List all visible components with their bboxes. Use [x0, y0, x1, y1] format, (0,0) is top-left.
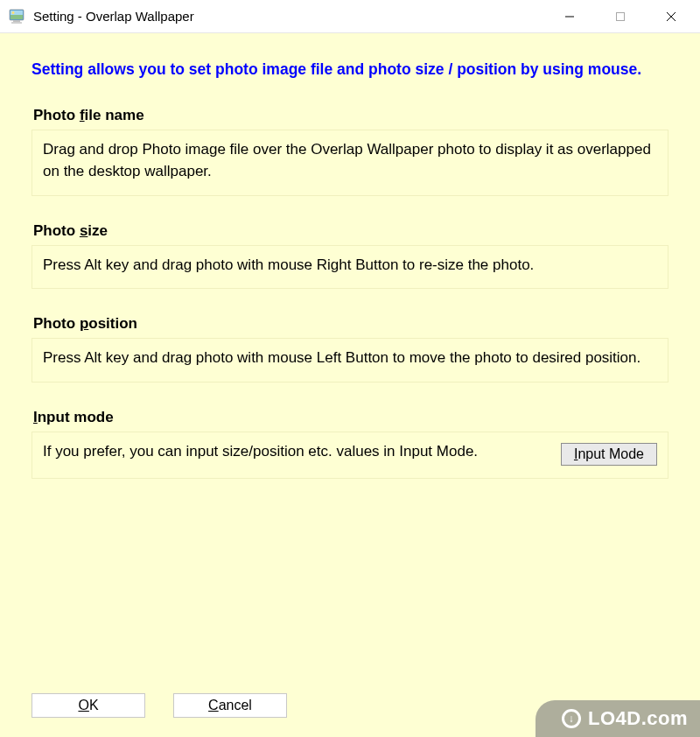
section-title-photo-file: Photo file name	[32, 107, 668, 124]
headline-text: Setting allows you to set photo image fi…	[32, 58, 668, 81]
svg-point-3	[12, 11, 15, 14]
section-body-input-mode: If you prefer, you can input size/positi…	[32, 432, 668, 479]
input-mode-button[interactable]: Input Mode	[561, 443, 657, 466]
svg-rect-2	[10, 15, 23, 19]
watermark-text: LO4D.com	[588, 707, 688, 730]
titlebar: Setting - Overlap Wallpaper	[0, 0, 700, 33]
section-body-photo-file: Drag and drop Photo image file over the …	[32, 130, 668, 195]
svg-rect-4	[13, 20, 20, 22]
watermark: ↓ LO4D.com	[536, 700, 700, 737]
ok-button[interactable]: OK	[32, 693, 145, 718]
section-photo-position: Photo position Press Alt key and drag ph…	[32, 315, 668, 383]
svg-rect-7	[617, 12, 625, 20]
section-body-photo-position: Press Alt key and drag photo with mouse …	[32, 338, 668, 383]
close-button[interactable]	[646, 0, 696, 32]
section-title-input-mode: Input mode	[32, 409, 668, 426]
cancel-button[interactable]: Cancel	[173, 693, 287, 718]
svg-rect-5	[11, 22, 22, 24]
section-title-photo-size: Photo size	[32, 222, 668, 240]
watermark-icon: ↓	[562, 709, 581, 728]
footer-buttons: OK Cancel	[32, 693, 287, 718]
window-title: Setting - Overlap Wallpaper	[33, 9, 544, 24]
content-area: Setting allows you to set photo image fi…	[0, 33, 700, 737]
titlebar-controls	[544, 0, 696, 32]
app-icon	[9, 9, 24, 25]
section-photo-size: Photo size Press Alt key and drag photo …	[32, 222, 668, 290]
input-mode-text: If you prefer, you can input size/positi…	[43, 441, 549, 463]
minimize-button[interactable]	[544, 0, 595, 32]
section-title-photo-position: Photo position	[32, 315, 668, 333]
maximize-button[interactable]	[595, 0, 646, 32]
section-input-mode: Input mode If you prefer, you can input …	[32, 409, 668, 479]
section-photo-file: Photo file name Drag and drop Photo imag…	[32, 107, 668, 195]
section-body-photo-size: Press Alt key and drag photo with mouse …	[32, 245, 668, 290]
